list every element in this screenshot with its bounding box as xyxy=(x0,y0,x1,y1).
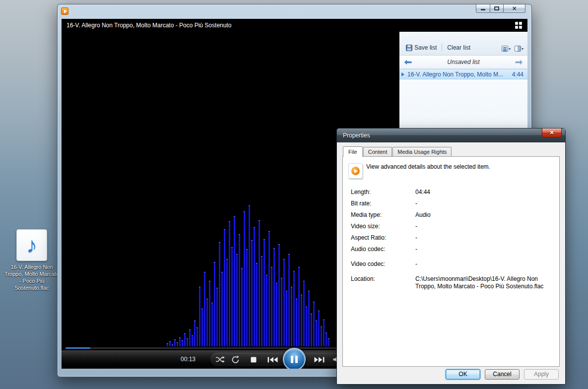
stop-icon xyxy=(251,357,257,363)
next-button[interactable] xyxy=(312,350,327,369)
tab-media-usage-rights[interactable]: Media Usage Rights xyxy=(392,147,452,156)
now-playing-title: 16-V. Allegro Non Troppo, Molto Marcato … xyxy=(66,19,231,32)
playlist-toolbar: Save list Clear list ▾ ▾ xyxy=(399,32,527,56)
playlist-title: Unsaved list xyxy=(412,59,515,65)
dialog-tabs: File Content Media Usage Rights xyxy=(337,146,565,156)
dialog-close-button[interactable]: ✕ xyxy=(542,129,562,137)
dialog-title: Properties xyxy=(343,132,370,139)
playlist-item-title: 16-V. Allegro Non Troppo, Molto M... xyxy=(407,71,508,78)
properties-dialog: Properties ✕ File Content Media Usage Ri… xyxy=(336,128,566,385)
dialog-description: View advanced details about the selected… xyxy=(366,163,490,170)
now-playing-header: 16-V. Allegro Non Troppo, Molto Marcato … xyxy=(62,19,527,32)
clear-list-label: Clear list xyxy=(447,44,470,51)
playlist-item-duration: 4:44 xyxy=(512,71,523,78)
field-video-size: Video size: - xyxy=(351,223,552,230)
field-video-codec: Video codec: - xyxy=(351,260,552,268)
audio-file-icon: ♪ xyxy=(16,229,47,261)
close-button[interactable]: ✕ xyxy=(503,4,525,13)
close-icon: ✕ xyxy=(512,5,517,12)
previous-list-arrow-icon[interactable] xyxy=(404,60,412,65)
elapsed-time: 00:13 xyxy=(181,350,196,369)
field-bit-rate: Bit rate: - xyxy=(351,200,552,207)
window-controls: ✕ xyxy=(476,4,525,13)
wmp-titlebar[interactable]: ✕ xyxy=(58,4,531,19)
toolbar-divider xyxy=(442,44,442,51)
chevron-down-icon: ▾ xyxy=(509,47,511,51)
field-media-type: Media type: Audio xyxy=(351,211,552,219)
field-length: Length: 04:44 xyxy=(351,189,552,196)
maximize-icon xyxy=(494,6,499,10)
dialog-titlebar[interactable]: Properties ✕ xyxy=(337,129,565,142)
now-playing-indicator-icon xyxy=(401,72,404,76)
view-options-icon xyxy=(515,46,521,52)
apply-button[interactable]: Apply xyxy=(524,369,559,380)
stop-button[interactable] xyxy=(247,350,260,369)
save-icon xyxy=(406,45,412,51)
playlist-item[interactable]: 16-V. Allegro Non Troppo, Molto M... 4:4… xyxy=(399,69,527,79)
shuffle-button[interactable] xyxy=(213,350,226,369)
clear-list-button[interactable]: Clear list xyxy=(446,44,472,52)
maximize-button[interactable] xyxy=(490,4,504,13)
wmp-app-icon xyxy=(61,7,68,15)
wmp-emblem-icon xyxy=(351,167,360,175)
desktop-file-label: 16-V. Allegro Non Troppo, Molto Marcato … xyxy=(4,263,60,291)
previous-button[interactable] xyxy=(265,350,280,369)
seek-progress xyxy=(65,347,90,349)
visualization-bars xyxy=(167,197,332,346)
minimize-icon xyxy=(481,9,485,10)
field-location: Location: C:\Users\moonman\Desktop\16-V.… xyxy=(351,275,552,290)
list-options-button[interactable]: ▾ xyxy=(502,46,511,52)
switch-to-library-button[interactable] xyxy=(515,22,523,29)
close-icon: ✕ xyxy=(549,130,554,135)
media-file-icon xyxy=(348,163,363,179)
save-list-label: Save list xyxy=(414,44,437,51)
music-note-icon: ♪ xyxy=(26,234,37,256)
next-list-arrow-icon[interactable] xyxy=(515,60,523,65)
field-aspect-ratio: Aspect Ratio: - xyxy=(351,234,552,242)
shuffle-icon xyxy=(215,356,225,363)
properties-fields: Length: 04:44 Bit rate: - Media type: Au… xyxy=(351,189,552,294)
tab-file[interactable]: File xyxy=(343,146,363,157)
repeat-button[interactable] xyxy=(229,350,242,369)
file-tab-page: View advanced details about the selected… xyxy=(342,156,560,367)
previous-icon xyxy=(267,357,278,363)
list-options-icon xyxy=(502,46,508,52)
play-pause-button[interactable] xyxy=(283,348,306,369)
cancel-button[interactable]: Cancel xyxy=(485,369,520,380)
dialog-buttons: OK Cancel Apply xyxy=(446,369,559,380)
ok-button[interactable]: OK xyxy=(446,369,480,380)
field-audio-codec: Audio codec: - xyxy=(351,246,552,253)
grid-icon xyxy=(515,22,518,25)
save-list-button[interactable]: Save list xyxy=(404,44,438,52)
desktop: ♪ 16-V. Allegro Non Troppo, Molto Marcat… xyxy=(0,0,588,389)
next-icon xyxy=(314,357,325,363)
playlist-nav: Unsaved list xyxy=(399,56,527,69)
minimize-button[interactable] xyxy=(476,4,490,13)
tab-content[interactable]: Content xyxy=(363,147,392,156)
desktop-file-shortcut[interactable]: ♪ 16-V. Allegro Non Troppo, Molto Marcat… xyxy=(4,229,60,291)
pause-icon xyxy=(291,356,293,363)
repeat-icon xyxy=(232,356,240,363)
chevron-down-icon: ▾ xyxy=(522,47,523,51)
view-options-button[interactable]: ▾ xyxy=(515,46,523,52)
